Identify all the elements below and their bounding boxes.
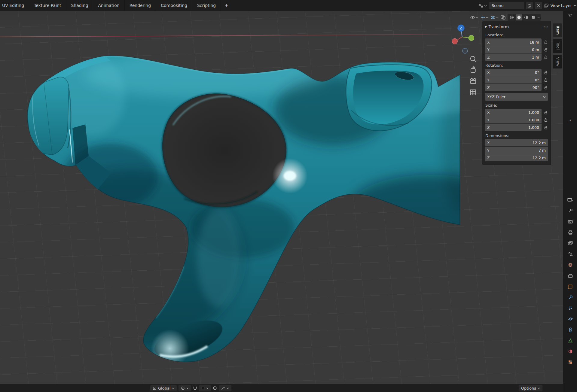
region-collapse-icon[interactable]: ◂ bbox=[563, 118, 577, 122]
shading-wireframe-icon[interactable] bbox=[508, 14, 515, 20]
lock-icon[interactable] bbox=[543, 48, 548, 52]
scale-y-row: Y 1.000 bbox=[485, 116, 548, 123]
orthographic-grid-icon[interactable] bbox=[471, 90, 476, 95]
scale-z-field[interactable]: Z 1.000 bbox=[485, 124, 542, 131]
gizmos-dropdown[interactable] bbox=[481, 15, 488, 20]
properties-tab-view-layer-icon[interactable] bbox=[567, 240, 574, 247]
chevron-down-icon bbox=[496, 17, 499, 18]
location-fields: X 18 m Y 0 m Z 1 m bbox=[485, 38, 548, 61]
pivot-point-dropdown[interactable] bbox=[179, 385, 191, 391]
zoom-tool-icon[interactable] bbox=[471, 56, 476, 62]
shading-rendered-icon[interactable] bbox=[530, 14, 537, 20]
dimensions-y-field[interactable]: Y 7 m bbox=[485, 147, 548, 154]
location-y-field[interactable]: Y 0 m bbox=[485, 46, 542, 53]
properties-tab-tool-icon[interactable] bbox=[567, 208, 574, 214]
properties-tab-modifiers-icon[interactable] bbox=[567, 294, 574, 301]
workspace-tab-animation[interactable]: Animation bbox=[93, 0, 124, 11]
rotation-x-row: X 0° bbox=[485, 69, 548, 76]
object-visibility-dropdown[interactable] bbox=[470, 15, 478, 20]
properties-tab-physics-icon[interactable] bbox=[567, 316, 574, 322]
sidebar-tab-tool[interactable]: Tool bbox=[553, 39, 562, 53]
scene-browse-button[interactable] bbox=[479, 4, 487, 8]
lock-icon[interactable] bbox=[543, 78, 548, 82]
xray-toggle-icon[interactable] bbox=[501, 15, 505, 20]
workspace-tabs: UV Editing Texture Paint Shading Animati… bbox=[0, 0, 221, 11]
scene-copy-button[interactable] bbox=[526, 2, 533, 9]
proportional-falloff-dropdown[interactable] bbox=[219, 385, 231, 391]
properties-tab-scene-icon[interactable] bbox=[567, 251, 574, 257]
falloff-curve-icon bbox=[221, 387, 225, 390]
options-dropdown[interactable]: Options bbox=[519, 385, 542, 391]
properties-tab-object-icon[interactable] bbox=[567, 283, 574, 290]
gizmo-negative-z-axis[interactable] bbox=[463, 48, 468, 53]
shading-solid-icon[interactable] bbox=[516, 14, 522, 20]
eye-visibility-icon bbox=[470, 15, 475, 20]
lock-icon[interactable] bbox=[543, 126, 548, 129]
scale-z-row: Z 1.000 bbox=[485, 124, 548, 131]
rotation-mode-dropdown[interactable]: XYZ Euler bbox=[485, 93, 548, 101]
proportional-editing-icon[interactable] bbox=[213, 386, 217, 390]
gizmo-x-axis[interactable] bbox=[452, 38, 457, 44]
viewport-3d[interactable]: Z bbox=[0, 11, 563, 384]
chevron-down-icon bbox=[486, 17, 488, 18]
scale-y-field[interactable]: Y 1.000 bbox=[485, 116, 542, 123]
scale-x-field[interactable]: X 1.000 bbox=[485, 109, 542, 116]
snap-settings-dropdown[interactable] bbox=[199, 385, 211, 391]
lock-icon[interactable] bbox=[543, 55, 548, 59]
svg-text:Z: Z bbox=[460, 26, 462, 30]
rotation-z-field[interactable]: Z 90° bbox=[485, 84, 542, 91]
navigation-gizmo[interactable]: Z bbox=[452, 25, 474, 53]
mesh-object[interactable] bbox=[22, 53, 511, 368]
workspace-tab-compositing[interactable]: Compositing bbox=[156, 0, 192, 11]
dimensions-fields: X 12.2 m Y 7 m Z 12.2 m bbox=[485, 139, 548, 161]
workspace-tab-uv-editing[interactable]: UV Editing bbox=[0, 0, 29, 11]
gizmo-y-axis[interactable] bbox=[469, 35, 474, 41]
viewport-canvas[interactable]: Z bbox=[0, 11, 563, 384]
chevron-down-icon bbox=[484, 5, 487, 7]
properties-tab-object-data-icon[interactable] bbox=[567, 337, 574, 344]
rotation-y-field[interactable]: Y 0° bbox=[485, 76, 542, 84]
properties-tab-collection-icon[interactable] bbox=[567, 272, 574, 279]
pan-hand-icon[interactable] bbox=[471, 66, 475, 73]
properties-tab-material-icon[interactable] bbox=[567, 348, 574, 355]
view-layer-name-field[interactable]: View Layer bbox=[551, 3, 572, 8]
properties-tab-output-icon[interactable] bbox=[567, 229, 574, 236]
snap-magnet-icon[interactable] bbox=[193, 386, 197, 390]
chevron-down-icon bbox=[172, 387, 174, 389]
dimensions-x-field[interactable]: X 12.2 m bbox=[485, 139, 548, 146]
location-z-field[interactable]: Z 1 m bbox=[485, 53, 542, 61]
scene-name-field[interactable]: Scene bbox=[489, 2, 524, 9]
transform-orientation-dropdown[interactable]: Global bbox=[150, 385, 177, 391]
transform-panel-header[interactable]: ▾ Transform :::: bbox=[485, 23, 548, 30]
properties-tab-render-icon[interactable] bbox=[567, 218, 574, 225]
overlays-dropdown[interactable] bbox=[490, 15, 499, 20]
rotation-x-field[interactable]: X 0° bbox=[485, 69, 542, 76]
collapse-caret-icon: ▾ bbox=[485, 24, 487, 29]
lock-icon[interactable] bbox=[543, 71, 548, 74]
lock-icon[interactable] bbox=[543, 40, 548, 44]
scale-fields: X 1.000 Y 1.000 Z 1.000 bbox=[485, 109, 548, 131]
sidebar-tab-item[interactable]: Item bbox=[553, 23, 562, 37]
outliner-filter-icon[interactable] bbox=[568, 14, 573, 18]
add-workspace-button[interactable]: + bbox=[221, 0, 232, 11]
panel-grip-icon[interactable]: :::: bbox=[542, 25, 548, 29]
properties-tab-constraints-icon[interactable] bbox=[567, 327, 574, 333]
shading-material-icon[interactable] bbox=[523, 14, 530, 20]
workspace-tab-scripting[interactable]: Scripting bbox=[192, 0, 221, 11]
workspace-tab-shading[interactable]: Shading bbox=[66, 0, 93, 11]
properties-editor-type-icon[interactable] bbox=[567, 197, 574, 203]
properties-tab-texture-icon[interactable] bbox=[567, 359, 574, 366]
location-x-field[interactable]: X 18 m bbox=[485, 38, 542, 46]
lock-icon[interactable] bbox=[543, 111, 548, 114]
workspace-tab-texture-paint[interactable]: Texture Paint bbox=[29, 0, 66, 11]
workspace-tab-rendering[interactable]: Rendering bbox=[125, 0, 156, 11]
scale-x-row: X 1.000 bbox=[485, 109, 548, 116]
sidebar-tab-view[interactable]: View bbox=[553, 55, 562, 68]
dimensions-z-field[interactable]: Z 12.2 m bbox=[485, 154, 548, 161]
properties-tab-world-icon[interactable] bbox=[567, 262, 574, 268]
lock-icon[interactable] bbox=[543, 118, 548, 122]
properties-tab-particles-icon[interactable] bbox=[567, 305, 574, 311]
lock-icon[interactable] bbox=[543, 86, 548, 90]
scene-unlink-button[interactable] bbox=[535, 2, 542, 9]
camera-view-icon[interactable] bbox=[471, 78, 476, 84]
